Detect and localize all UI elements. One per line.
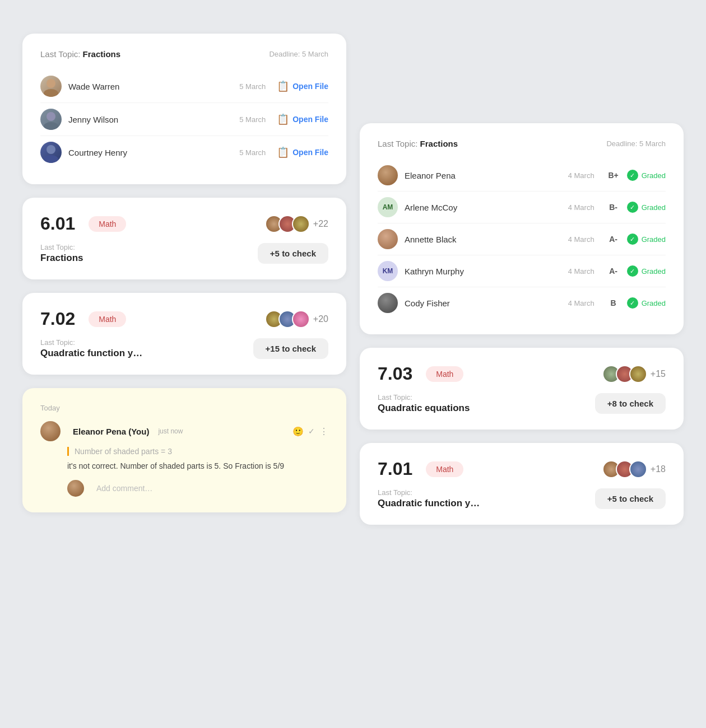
student-row: Courtney Henry 5 March 📋 Open File xyxy=(40,136,328,169)
graded-label: Graded xyxy=(642,235,666,244)
comment-highlight: Number of shaded parts = 3 xyxy=(67,447,328,456)
check-circle-icon: ✓ xyxy=(627,297,638,309)
reply-avatar xyxy=(67,480,84,497)
student-name: Courtney Henry xyxy=(68,148,239,157)
student-name: Kathryn Murphy xyxy=(405,267,568,276)
student-avatar: KM xyxy=(378,261,398,281)
avatar-count: +22 xyxy=(313,219,328,229)
check-button[interactable]: +5 to check xyxy=(258,243,328,264)
graded-row: Cody Fisher 4 March B ✓ Graded xyxy=(378,287,666,319)
check-circle-icon: ✓ xyxy=(627,170,638,181)
add-comment-row: Add comment… xyxy=(67,480,328,497)
student-date: 4 March xyxy=(568,267,594,276)
check-button[interactable]: +8 to check xyxy=(595,393,666,414)
last-topic-row: Last Topic: Quadratic function y… +15 to… xyxy=(40,338,328,359)
graded-row: Annette Black 4 March A- ✓ Graded xyxy=(378,223,666,255)
check-button[interactable]: +5 to check xyxy=(595,488,666,509)
grade-badge: B+ xyxy=(606,171,621,180)
comment-actions: 🙂 ✓ ⋮ xyxy=(292,426,328,437)
emoji-icon[interactable]: 🙂 xyxy=(292,426,304,437)
class-number: 7.01 xyxy=(378,459,412,479)
open-file-button[interactable]: 📋 Open File xyxy=(277,113,328,125)
class-card-header: 6.01 Math +22 xyxy=(40,213,328,234)
student-date: 4 March xyxy=(568,299,594,307)
comment-body: Number of shaded parts = 3 it's not corr… xyxy=(67,447,328,497)
graded-status: ✓ Graded xyxy=(627,265,666,277)
avatar-small xyxy=(629,365,647,383)
deadline-label: Deadline: 5 March xyxy=(269,50,328,58)
student-date: 5 March xyxy=(239,115,266,124)
last-topic-row: Last Topic: Quadratic equations +8 to ch… xyxy=(378,393,666,414)
open-file-button[interactable]: 📋 Open File xyxy=(277,146,328,158)
comment-text: it's not correct. Number of shaded parts… xyxy=(67,460,328,472)
topic-name: Fractions xyxy=(420,139,458,148)
more-icon[interactable]: ⋮ xyxy=(319,426,328,437)
svg-point-4 xyxy=(47,145,55,154)
graded-row: KM Kathryn Murphy 4 March A- ✓ Graded xyxy=(378,255,666,287)
class-card-703: 7.03 Math +15 Last Topic: Quadratic equa… xyxy=(360,348,684,430)
file-icon: 📋 xyxy=(277,113,289,125)
open-file-button[interactable]: 📋 Open File xyxy=(277,80,328,92)
student-name: Annette Black xyxy=(405,235,568,244)
class-number: 7.03 xyxy=(378,363,412,384)
last-topic-text: Last Topic: xyxy=(378,488,480,497)
avatar-count: +20 xyxy=(313,314,328,324)
avatar-count: +18 xyxy=(651,464,666,474)
avatars-stack: +20 xyxy=(265,310,328,328)
grade-badge: A- xyxy=(606,267,621,276)
student-date: 4 March xyxy=(568,235,594,244)
commenter-avatar xyxy=(40,421,61,441)
student-name: Eleanor Pena xyxy=(405,171,568,180)
open-file-label: Open File xyxy=(292,115,328,124)
graded-label: Graded xyxy=(642,299,666,307)
check-circle-icon: ✓ xyxy=(627,265,638,277)
last-topic-title: Quadratic function y… xyxy=(378,498,480,509)
avatar xyxy=(40,76,62,97)
student-date: 4 March xyxy=(568,171,594,180)
last-topic-title: Quadratic equations xyxy=(378,403,470,414)
card-header: Last Topic: Fractions Deadline: 5 March xyxy=(378,139,666,148)
last-topic-title: Quadratic function y… xyxy=(40,348,142,359)
check-button[interactable]: +15 to check xyxy=(253,338,328,359)
student-name: Arlene McCoy xyxy=(405,203,568,212)
graded-label: Graded xyxy=(642,267,666,276)
check-circle-icon: ✓ xyxy=(627,202,638,213)
class-card-702: 7.02 Math +20 Last Topic: Quadratic func… xyxy=(22,293,346,375)
svg-point-0 xyxy=(47,79,55,88)
grade-badge: B- xyxy=(606,203,621,212)
avatar xyxy=(40,109,62,130)
class-card-701: 7.01 Math +18 Last Topic: Quadratic func… xyxy=(360,443,684,525)
graded-label: Graded xyxy=(642,203,666,212)
file-icon: 📋 xyxy=(277,80,289,92)
svg-point-1 xyxy=(44,89,58,97)
avatar xyxy=(40,142,62,163)
avatar-small xyxy=(629,460,647,478)
check-circle-icon: ✓ xyxy=(627,234,638,245)
student-name: Wade Warren xyxy=(68,82,239,91)
avatar-small xyxy=(292,215,310,233)
card-header: Last Topic: Fractions Deadline: 5 March xyxy=(40,49,328,59)
student-row: Jenny Wilson 5 March 📋 Open File xyxy=(40,103,328,136)
student-avatar xyxy=(378,165,398,185)
class-card-header: 7.01 Math +18 xyxy=(378,459,666,479)
file-icon: 📋 xyxy=(277,146,289,158)
graded-row: AM Arlene McCoy 4 March B- ✓ Graded xyxy=(378,192,666,223)
check-icon[interactable]: ✓ xyxy=(308,427,315,436)
svg-point-2 xyxy=(47,112,55,121)
svg-point-3 xyxy=(44,122,58,130)
open-file-label: Open File xyxy=(292,148,328,157)
submissions-card-left: Last Topic: Fractions Deadline: 5 March … xyxy=(22,34,346,184)
subject-badge: Math xyxy=(89,311,126,327)
graded-status: ✓ Graded xyxy=(627,170,666,181)
comment-card: Today Eleanor Pena (You) just now 🙂 ✓ ⋮ … xyxy=(22,388,346,512)
avatar-count: +15 xyxy=(651,369,666,379)
open-file-label: Open File xyxy=(292,82,328,91)
add-comment-input[interactable]: Add comment… xyxy=(96,484,152,493)
student-row: Wade Warren 5 March 📋 Open File xyxy=(40,70,328,103)
grade-badge: A- xyxy=(606,235,621,244)
commenter-name: Eleanor Pena (You) xyxy=(73,427,149,436)
subject-badge: Math xyxy=(426,461,463,477)
avatars-stack: +15 xyxy=(602,365,666,383)
class-card-header: 7.02 Math +20 xyxy=(40,309,328,329)
graded-label: Graded xyxy=(642,171,666,180)
